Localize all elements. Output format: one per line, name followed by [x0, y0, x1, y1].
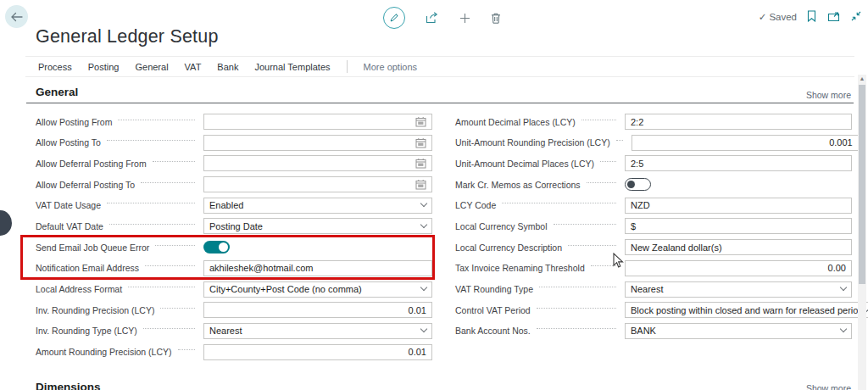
section-title-general: General [36, 86, 78, 98]
toggle-switch[interactable] [203, 241, 230, 254]
vertical-scrollbar[interactable]: ▲ [858, 75, 866, 390]
leader-dots [568, 245, 616, 246]
field-label: Allow Posting To [36, 137, 101, 148]
toggle-knob [219, 242, 228, 252]
field-label: Default VAT Date [36, 221, 103, 231]
leader-dots [600, 161, 616, 162]
field-row: Bank Account Nos.BANK [455, 323, 852, 339]
chevron-down-icon[interactable] [420, 284, 427, 291]
text-input[interactable]: NZD [625, 198, 852, 214]
leader-dots [591, 265, 616, 266]
field-label: Allow Deferral Posting From [36, 159, 147, 169]
field-control: Nearest [625, 281, 852, 298]
select-input[interactable]: Block posting within closed and warn for… [625, 302, 868, 318]
field-value: Posting Date [209, 221, 421, 231]
page-title: General Ledger Setup [36, 26, 219, 47]
trash-icon [491, 13, 501, 24]
new-button[interactable] [459, 13, 470, 24]
field-label: Allow Posting From [36, 117, 112, 127]
select-input[interactable]: City+County+Post Code (no comma) [203, 281, 432, 298]
pencil-icon [389, 13, 399, 23]
leader-dots [616, 140, 623, 141]
field-value: 2:5 [631, 159, 846, 169]
field-value: Enabled [209, 200, 421, 210]
field-row: Local Currency Symbol$ [455, 218, 852, 234]
number-input[interactable]: 0.01 [203, 302, 432, 318]
field-control: City+County+Post Code (no comma) [203, 281, 432, 298]
number-input[interactable]: 0.00 [625, 260, 852, 276]
bookmark-button[interactable] [807, 10, 816, 22]
scrollbar-up-arrow[interactable]: ▲ [858, 75, 866, 82]
field-value: 0.01 [209, 305, 426, 315]
chevron-down-icon[interactable] [420, 326, 427, 332]
edit-button[interactable] [383, 7, 405, 29]
text-input[interactable]: New Zealand dollar(s) [625, 239, 852, 255]
field-value: Nearest [209, 326, 421, 336]
menu-item-process[interactable]: Process [38, 62, 72, 72]
chevron-down-icon[interactable] [420, 221, 427, 228]
select-input[interactable]: Nearest [203, 323, 432, 339]
select-input[interactable]: Enabled [203, 198, 432, 214]
save-status-label: Saved [769, 12, 797, 22]
general-show-more-link[interactable]: Show more [806, 90, 851, 100]
date-input[interactable] [203, 155, 432, 171]
field-value: 0.00 [631, 263, 846, 273]
chevron-down-icon[interactable] [420, 200, 427, 207]
select-input[interactable]: Posting Date [203, 218, 432, 234]
leader-dots [587, 182, 616, 183]
leader-dots [128, 287, 195, 287]
date-input[interactable] [203, 135, 432, 151]
number-input[interactable]: 0.01 [203, 344, 432, 360]
field-control: New Zealand dollar(s) [625, 239, 852, 255]
field-row: Allow Deferral Posting From [36, 155, 432, 171]
select-input[interactable]: BANK [625, 323, 852, 339]
field-control: 2:2 [625, 114, 852, 130]
field-value: akhileshek@hotmail.com [209, 263, 426, 273]
chevron-down-icon[interactable] [840, 326, 847, 332]
calendar-icon[interactable] [415, 158, 426, 169]
field-label: Mark Cr. Memos as Corrections [455, 180, 581, 190]
leader-dots [155, 245, 195, 246]
field-row: VAT Rounding TypeNearest [455, 281, 852, 298]
text-input[interactable]: akhileshek@hotmail.com [203, 260, 432, 276]
back-button[interactable] [5, 5, 28, 28]
menu-item-journal-templates[interactable]: Journal Templates [254, 62, 330, 72]
field-value: Block posting within closed and warn for… [631, 305, 864, 315]
number-input[interactable]: 0.001 [632, 135, 859, 151]
scrollbar-thumb[interactable] [859, 85, 865, 284]
menu-item-vat[interactable]: VAT [185, 62, 202, 72]
leader-dots [178, 349, 196, 350]
text-input[interactable]: $ [625, 218, 852, 234]
chevron-down-icon[interactable] [840, 284, 847, 291]
text-input[interactable]: 2:2 [625, 114, 852, 130]
menu-item-posting[interactable]: Posting [88, 62, 120, 72]
collapse-button[interactable] [851, 11, 861, 21]
calendar-icon[interactable] [415, 137, 426, 148]
field-row: Inv. Rounding Type (LCY)Nearest [36, 323, 432, 339]
share-button[interactable] [426, 12, 439, 24]
open-window-button[interactable] [827, 11, 840, 22]
leader-dots [107, 203, 195, 203]
calendar-icon[interactable] [415, 116, 426, 127]
delete-button[interactable] [491, 13, 501, 24]
select-input[interactable]: Nearest [625, 281, 852, 298]
menu-more-options[interactable]: More options [364, 62, 418, 72]
back-arrow-icon [10, 12, 23, 22]
date-input[interactable] [203, 114, 432, 130]
text-input[interactable]: 2:5 [625, 155, 852, 171]
date-input[interactable] [203, 176, 432, 192]
dimensions-show-more-link[interactable]: Show more [806, 383, 851, 390]
action-toolbar [383, 6, 501, 30]
field-control: 0.01 [203, 302, 432, 318]
calendar-icon[interactable] [415, 179, 426, 190]
field-row: LCY CodeNZD [455, 198, 852, 214]
field-control: Block posting within closed and warn for… [625, 302, 852, 318]
field-control [203, 155, 432, 171]
toggle-switch[interactable] [625, 178, 651, 191]
field-value: 0.001 [637, 137, 853, 148]
side-panel-tab[interactable] [0, 210, 12, 236]
field-control: 0.001 [632, 135, 859, 151]
field-value: 0.01 [209, 347, 426, 357]
menu-item-general[interactable]: General [135, 62, 168, 72]
menu-item-bank[interactable]: Bank [217, 62, 238, 72]
